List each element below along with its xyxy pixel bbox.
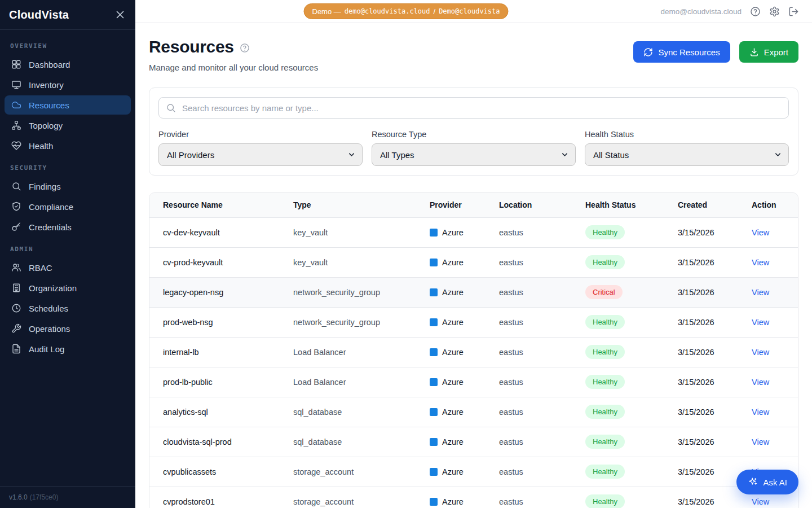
sidebar-item-label: Inventory	[29, 80, 64, 90]
table-row: analytics-sql sql_database Azure eastus …	[149, 397, 798, 427]
view-link[interactable]: View	[752, 437, 769, 446]
title-help-button[interactable]	[240, 43, 250, 53]
provider-select[interactable]: All Providers	[158, 143, 363, 166]
sidebar-item-label: Health	[29, 141, 53, 151]
section-label-overview: OVERVIEW	[5, 34, 131, 55]
refresh-icon	[643, 47, 653, 57]
heart-pulse-icon	[11, 141, 21, 151]
health-status-filter-label: Health Status	[585, 130, 789, 139]
resource-type-cell: Load Balancer	[293, 337, 430, 367]
provider-cell: Azure	[430, 367, 499, 397]
section-label-security: SECURITY	[5, 156, 131, 177]
sidebar-item-health[interactable]: Health	[5, 136, 131, 155]
sidebar-item-topology[interactable]: Topology	[5, 116, 131, 135]
table-row: cvpublicassets storage_account Azure eas…	[149, 457, 798, 487]
export-button[interactable]: Export	[739, 41, 798, 63]
resource-type-cell: network_security_group	[293, 277, 430, 307]
view-link[interactable]: View	[752, 258, 769, 267]
action-cell: View	[752, 217, 798, 247]
network-icon	[11, 120, 21, 130]
sidebar-item-label: Topology	[29, 121, 63, 130]
provider-label: Azure	[442, 348, 464, 357]
sidebar-item-compliance[interactable]: Compliance	[5, 197, 131, 216]
sidebar-item-label: Organization	[29, 283, 77, 293]
sidebar-item-inventory[interactable]: Inventory	[5, 75, 131, 94]
sidebar-item-resources[interactable]: Resources	[5, 95, 131, 115]
sync-resources-button[interactable]: Sync Resources	[633, 41, 730, 63]
created-cell: 3/15/2026	[678, 337, 752, 367]
settings-button[interactable]	[769, 6, 780, 17]
status-badge: Healthy	[585, 255, 625, 269]
provider-cell: Azure	[430, 307, 499, 337]
provider-label: Azure	[442, 437, 464, 446]
azure-icon	[430, 229, 438, 237]
export-label: Export	[764, 47, 788, 57]
version-number: v1.6.0	[9, 493, 28, 501]
view-link[interactable]: View	[752, 228, 769, 237]
ask-ai-button[interactable]: Ask AI	[736, 470, 798, 494]
sidebar-version: v1.6.0(17f5ce0)	[0, 486, 135, 508]
provider-cell: Azure	[430, 397, 499, 427]
sidebar-item-schedules[interactable]: Schedules	[5, 299, 131, 318]
view-link[interactable]: View	[752, 318, 769, 327]
status-badge: Healthy	[585, 405, 625, 419]
view-link[interactable]: View	[752, 408, 769, 417]
table-row: prod-web-nsg network_security_group Azur…	[149, 307, 798, 337]
sidebar-item-label: Schedules	[29, 304, 68, 313]
health-status-cell: Healthy	[585, 247, 678, 277]
sidebar-item-label: Dashboard	[29, 60, 70, 69]
main-content: Resources Manage and monitor all your cl…	[135, 23, 812, 508]
health-status-select[interactable]: All Status	[585, 143, 789, 166]
action-cell: View	[752, 277, 798, 307]
resource-type-filter-label: Resource Type	[372, 130, 576, 139]
view-link[interactable]: View	[752, 378, 769, 387]
location-cell: eastus	[499, 397, 585, 427]
page-subtitle: Manage and monitor all your cloud resour…	[149, 63, 318, 72]
sidebar: CloudVista OVERVIEW Dashboard Inventory …	[0, 0, 135, 508]
table-row: cv-dev-keyvault key_vault Azure eastus H…	[149, 217, 798, 247]
sidebar-item-credentials[interactable]: Credentials	[5, 217, 131, 237]
health-status-cell: Healthy	[585, 307, 678, 337]
logout-button[interactable]	[788, 6, 799, 17]
download-icon	[749, 47, 759, 57]
azure-icon	[430, 259, 438, 266]
search-input[interactable]	[158, 97, 789, 119]
location-cell: eastus	[499, 427, 585, 457]
sidebar-item-dashboard[interactable]: Dashboard	[5, 55, 131, 74]
provider-filter-label: Provider	[158, 130, 363, 139]
view-link[interactable]: View	[752, 348, 769, 357]
status-badge: Healthy	[585, 375, 625, 389]
resource-name-cell: legacy-open-nsg	[149, 277, 293, 307]
banner-prefix: Demo —	[312, 7, 341, 16]
resource-name-cell: cvpublicassets	[149, 457, 293, 487]
resources-table: Resource Name Type Provider Location Hea…	[149, 193, 798, 508]
resource-type-cell: storage_account	[293, 487, 430, 508]
sidebar-item-rbac[interactable]: RBAC	[5, 258, 131, 277]
wrench-icon	[11, 323, 21, 334]
resource-type-filter: Resource Type All Types	[372, 130, 576, 166]
location-cell: eastus	[499, 307, 585, 337]
view-link[interactable]: View	[752, 288, 769, 297]
sidebar-item-organization[interactable]: Organization	[5, 278, 131, 297]
resource-type-select[interactable]: All Types	[372, 143, 576, 166]
health-status-cell: Healthy	[585, 337, 678, 367]
help-button[interactable]	[750, 6, 761, 17]
health-status-filter: Health Status All Status	[585, 130, 789, 166]
status-badge: Healthy	[585, 435, 625, 449]
sidebar-item-operations[interactable]: Operations	[5, 319, 131, 338]
health-status-cell: Healthy	[585, 217, 678, 247]
sidebar-item-audit-log[interactable]: Audit Log	[5, 339, 131, 358]
page-header: Resources Manage and monitor all your cl…	[149, 37, 798, 72]
provider-cell: Azure	[430, 247, 499, 277]
view-link[interactable]: View	[752, 497, 769, 506]
resources-table-card: Resource Name Type Provider Location Hea…	[149, 192, 798, 508]
provider-label: Azure	[442, 318, 464, 327]
sidebar-item-findings[interactable]: Findings	[5, 177, 131, 196]
created-cell: 3/15/2026	[678, 247, 752, 277]
created-cell: 3/15/2026	[678, 367, 752, 397]
column-header-provider: Provider	[430, 193, 499, 217]
sidebar-item-label: Findings	[29, 182, 61, 191]
created-cell: 3/15/2026	[678, 307, 752, 337]
sidebar-close-button[interactable]	[114, 8, 126, 21]
filters-card: Provider All Providers Resource Type All…	[149, 87, 798, 176]
